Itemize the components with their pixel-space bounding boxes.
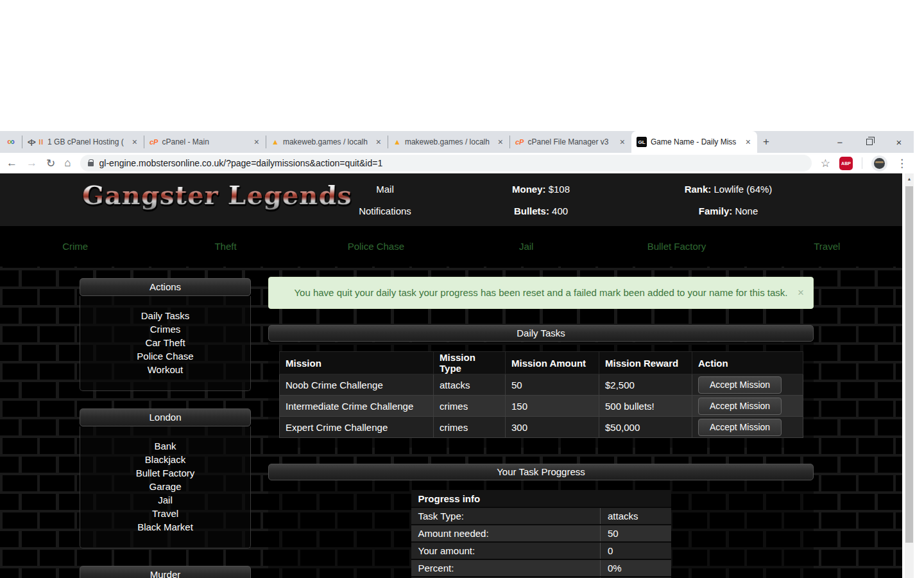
alert-close-icon[interactable]: × xyxy=(798,277,804,308)
money-label: Money: xyxy=(512,184,546,195)
bookmark-star-icon[interactable]: ☆ xyxy=(821,157,830,170)
tab-cpanel-main[interactable]: cP cPanel - Main × xyxy=(144,131,266,153)
sidebar-item-crimes[interactable]: Crimes xyxy=(80,322,250,336)
progress-row-your-amount: Your amount: 0 xyxy=(411,542,671,559)
tab-close-icon[interactable]: × xyxy=(497,137,504,147)
pinned-tab[interactable]: ∞ xyxy=(0,131,22,153)
progress-row-task-type: Task Type: attacks xyxy=(411,507,671,525)
family-stat: Family: None xyxy=(610,206,847,216)
accept-mission-button[interactable]: Accept Mission xyxy=(698,398,782,415)
progress-info-header: Progress info xyxy=(411,490,671,507)
new-tab-button[interactable]: + xyxy=(757,131,775,153)
success-alert: You have quit your daily task your progr… xyxy=(268,277,814,309)
sidebar-item-bullet-factory[interactable]: Bullet Factory xyxy=(80,466,250,480)
sidebar-box-london: London Bank Blackjack Bullet Factory Gar… xyxy=(80,408,251,548)
progress-value: attacks xyxy=(601,507,671,525)
tab-title: cPanel File Manager v3 xyxy=(527,137,614,146)
sidebar-murder-title: Murder xyxy=(80,566,251,578)
progress-row-percent: Percent: 0% xyxy=(411,559,671,577)
tab-cpanel-filemanager[interactable]: cP cPanel File Manager v3 × xyxy=(510,131,631,153)
sidebar-box-actions: Actions Daily Tasks Crimes Car Theft Pol… xyxy=(80,278,251,391)
sidebar-item-travel[interactable]: Travel xyxy=(80,507,250,520)
daily-tasks-panel: Mission Mission Type Mission Amount Miss… xyxy=(268,342,814,448)
sidebar-box-murder: Murder Mug xyxy=(80,566,251,578)
sidebar-item-black-market[interactable]: Black Market xyxy=(80,520,250,534)
lock-icon[interactable] xyxy=(88,162,94,166)
sidebar-item-bank[interactable]: Bank xyxy=(80,439,250,453)
col-mission-type: Mission Type xyxy=(434,352,506,374)
tab-title: makeweb.games / localh xyxy=(405,137,493,146)
rank-label: Rank: xyxy=(685,184,712,195)
mission-amount: 50 xyxy=(506,374,599,396)
nav-item-police-chase[interactable]: Police Chase xyxy=(301,241,451,252)
sidebar: Actions Daily Tasks Crimes Car Theft Pol… xyxy=(80,278,251,578)
sidebar-item-workout[interactable]: Workout xyxy=(80,363,250,376)
mission-type: crimes xyxy=(434,396,506,417)
sidebar-item-car-theft[interactable]: Car Theft xyxy=(80,336,250,349)
game-nav: Crime Theft Police Chase Jail Bullet Fac… xyxy=(0,226,902,267)
nav-item-crime[interactable]: Crime xyxy=(0,241,150,252)
back-icon[interactable]: ← xyxy=(6,157,17,170)
cpanel-icon: cP xyxy=(515,138,524,146)
nav-item-travel[interactable]: Travel xyxy=(752,241,902,252)
tab-title: Game Name - Daily Miss xyxy=(651,137,740,146)
sidebar-item-police-chase[interactable]: Police Chase xyxy=(80,349,250,363)
minimize-button[interactable]: − xyxy=(825,131,855,153)
nav-item-jail[interactable]: Jail xyxy=(451,241,601,252)
nav-item-theft[interactable]: Theft xyxy=(150,241,300,252)
nav-item-bullet-factory[interactable]: Bullet Factory xyxy=(601,241,751,252)
mission-amount: 150 xyxy=(506,396,599,417)
progress-value: 50 xyxy=(601,525,671,542)
sidebar-item-daily-tasks[interactable]: Daily Tasks xyxy=(80,309,250,322)
game-body: Actions Daily Tasks Crimes Car Theft Pol… xyxy=(0,267,902,578)
tab-cpanel-hosting[interactable]: <|> II 1 GB cPanel Hosting ( × xyxy=(22,131,144,153)
phpmyadmin-icon: ▲ xyxy=(393,137,401,146)
family-value: None xyxy=(735,206,758,216)
tab-game-daily-missions[interactable]: GL Game Name - Daily Miss × xyxy=(631,131,757,153)
col-mission: Mission xyxy=(280,352,434,374)
scrollbar-up-icon[interactable]: ▲ xyxy=(905,173,914,184)
tab-phpmyadmin-1[interactable]: ▲ makeweb.games / localh × xyxy=(266,131,388,153)
mission-reward: $2,500 xyxy=(599,374,692,396)
progress-value: 0% xyxy=(601,559,671,577)
menu-dots-icon[interactable]: ⋮ xyxy=(896,157,907,170)
tab-close-icon[interactable]: × xyxy=(375,137,382,147)
profile-avatar[interactable] xyxy=(871,155,887,171)
accept-mission-button[interactable]: Accept Mission xyxy=(698,419,782,436)
page-scrollbar[interactable]: ▲ xyxy=(905,173,914,578)
adblock-icon[interactable]: ABP xyxy=(839,157,853,170)
sidebar-item-jail[interactable]: Jail xyxy=(80,493,250,507)
daily-tasks-header: Daily Tasks xyxy=(268,325,814,342)
tab-close-icon[interactable]: × xyxy=(131,137,139,147)
infinity-icon: ∞ xyxy=(7,136,15,148)
mission-name: Noob Crime Challenge xyxy=(280,374,434,396)
reload-icon[interactable]: ↻ xyxy=(46,157,55,170)
mission-row-intermediate: Intermediate Crime Challenge crimes 150 … xyxy=(280,396,803,417)
progress-label: Amount needed: xyxy=(411,525,601,542)
toolbar-separator xyxy=(862,157,862,169)
rank-stat: Rank: Lowlife (64%) xyxy=(610,184,847,195)
close-button[interactable]: × xyxy=(884,131,914,153)
money-value: $108 xyxy=(549,184,570,195)
tab-close-icon[interactable]: × xyxy=(253,137,261,147)
rank-value: Lowlife (64%) xyxy=(714,184,772,195)
sidebar-item-blackjack[interactable]: Blackjack xyxy=(80,453,250,466)
tab-close-icon[interactable]: × xyxy=(619,137,626,147)
tab-title: 1 GB cPanel Hosting ( xyxy=(47,137,127,146)
tab-phpmyadmin-2[interactable]: ▲ makeweb.games / localh × xyxy=(388,131,509,153)
tab-close-icon[interactable]: × xyxy=(744,137,752,147)
forward-icon[interactable]: → xyxy=(26,157,37,170)
page-viewport: Gangster Legends Mail Notifications Mone… xyxy=(0,173,914,578)
family-label: Family: xyxy=(699,206,733,216)
accept-mission-button[interactable]: Accept Mission xyxy=(698,376,782,394)
restore-button[interactable] xyxy=(855,131,884,153)
sidebar-actions-title: Actions xyxy=(80,278,251,296)
sidebar-london-title: London xyxy=(80,408,251,426)
gl-favicon: GL xyxy=(637,137,647,147)
home-icon[interactable]: ⌂ xyxy=(64,157,71,170)
sidebar-item-garage[interactable]: Garage xyxy=(80,480,250,493)
scrollbar-thumb[interactable] xyxy=(905,186,913,543)
url-input[interactable]: gl-engine.mobstersonline.co.uk/?page=dai… xyxy=(80,155,812,171)
mission-reward: 500 bullets! xyxy=(599,396,692,417)
window-controls: − × xyxy=(825,131,914,153)
